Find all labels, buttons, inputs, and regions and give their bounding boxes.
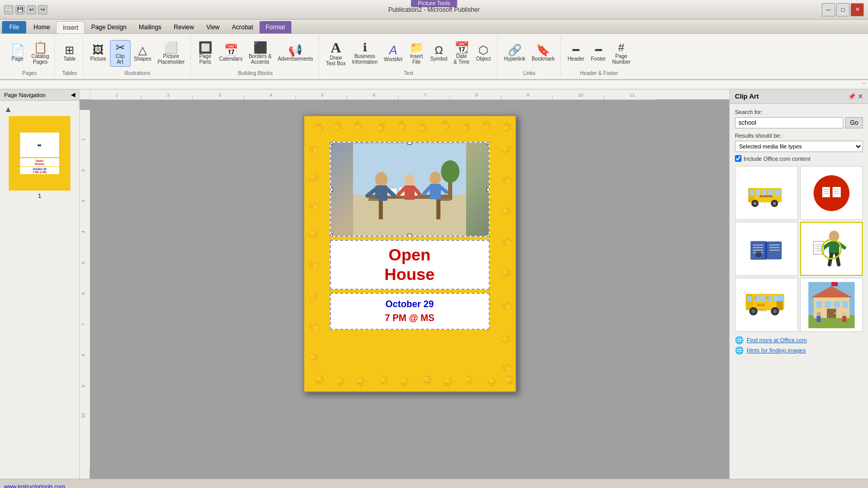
clipart-item-reading[interactable] (735, 222, 798, 276)
canvas-area[interactable]: 1 2 3 4 5 6 7 8 9 10 11 (80, 89, 729, 479)
clip-art-button[interactable]: ✂ ClipArt (110, 40, 131, 67)
tab-view[interactable]: View (200, 21, 226, 33)
handle-tr[interactable] (487, 142, 490, 145)
borders-label: Borders &Accents (249, 53, 271, 65)
page-thumbnail[interactable]: 📷 Open House October 29 7 PM @ MS (9, 116, 70, 191)
clipart-item-presenter[interactable] (800, 222, 863, 276)
page-parts-button[interactable]: 🔲 PageParts (195, 40, 215, 67)
picture-placeholder-button[interactable]: ⬜ PicturePlaceholder (155, 40, 188, 67)
canvas-workspace[interactable]: 🖐 🖐 🖐 🖐 🖐 🖐 🖐 🖐 🖐 🖐 🖐 🖐 🖐 (90, 100, 729, 479)
globe-icon: 🌐 (735, 336, 744, 344)
header-button[interactable]: ━ Header (565, 43, 587, 64)
svg-text:1: 1 (116, 92, 118, 98)
handle-ml[interactable] (330, 187, 333, 192)
svg-rect-39 (436, 199, 440, 219)
catalog-pages-button[interactable]: 📋 CatalogPages (29, 40, 51, 67)
minimize-button[interactable]: ─ (822, 3, 835, 16)
svg-rect-106 (747, 296, 752, 302)
svg-point-66 (753, 202, 756, 205)
clipart-close-icon[interactable]: ✕ (858, 93, 863, 100)
object-button[interactable]: ⬡ Object (473, 43, 494, 64)
tab-file[interactable]: File (2, 21, 26, 33)
tab-mailings[interactable]: Mailings (133, 21, 168, 33)
pub-title-frame[interactable]: Open House (330, 240, 490, 290)
svg-rect-56 (368, 199, 379, 201)
tab-acrobat[interactable]: Acrobat (226, 21, 259, 33)
tab-review[interactable]: Review (168, 21, 200, 33)
svg-text:5: 5 (81, 261, 86, 264)
quick-access-undo[interactable]: ↩ (27, 5, 36, 14)
ribbon-group-text: A DrawText Box ℹ BusinessInformation A W… (320, 36, 497, 77)
page-nav-collapse-icon[interactable]: ◀ (71, 91, 75, 98)
hyperlink-button[interactable]: 🔗 Hyperlink (502, 43, 528, 64)
svg-line-97 (829, 254, 832, 265)
svg-text:7: 7 (81, 323, 86, 326)
title-bar-icons: 📰 💾 ↩ ↪ (4, 5, 47, 14)
page-number-icon: # (618, 42, 624, 53)
page-parts-label: PageParts (199, 53, 211, 65)
clipart-item-school-building[interactable] (800, 278, 863, 332)
svg-line-96 (839, 244, 844, 248)
quick-access-redo[interactable]: ↪ (38, 5, 47, 14)
pub-photo-frame[interactable] (330, 142, 490, 237)
svg-text:11: 11 (630, 92, 635, 98)
wordart-button[interactable]: A WordArt (381, 42, 405, 64)
insert-file-button[interactable]: 📁 InsertFile (406, 40, 427, 67)
include-office-checkbox[interactable] (735, 155, 742, 162)
shapes-button[interactable]: △ Shapes (132, 43, 154, 64)
media-type-select[interactable]: Selected media file types All media file… (735, 141, 863, 152)
tab-home[interactable]: Home (27, 21, 56, 33)
symbol-icon: Ω (435, 45, 443, 56)
clipart-item-school-bus-2[interactable]: BUS SCHOOL (735, 278, 798, 332)
clipart-item-school-bus[interactable]: SCHOOL (735, 166, 798, 220)
clipart-pin-icon[interactable]: 📌 (848, 93, 856, 100)
publisher-icon: 📰 (4, 5, 13, 14)
clipart-item-student-books[interactable] (800, 166, 863, 220)
bookmark-button[interactable]: 🔖 Bookmark (529, 43, 557, 64)
calendars-button[interactable]: 📅 Calendars (216, 43, 245, 64)
svg-rect-83 (765, 241, 767, 259)
svg-rect-126 (825, 302, 831, 308)
footer-label: Footer (591, 56, 606, 62)
quick-access-save[interactable]: 💾 (15, 5, 25, 14)
date-time-button[interactable]: 📆 Date& Time (451, 40, 472, 67)
svg-rect-128 (842, 302, 848, 308)
page-thumb-inner: 📷 Open House October 29 7 PM @ MS (13, 120, 66, 186)
business-info-button[interactable]: ℹ BusinessInformation (349, 40, 380, 67)
clipart-search-input[interactable] (735, 117, 843, 128)
advertisements-button[interactable]: 📢 Advertisements (275, 43, 316, 64)
clipart-go-button[interactable]: Go (845, 117, 863, 128)
tab-page-design[interactable]: Page Design (85, 21, 133, 33)
page-button[interactable]: 📄 Page (7, 43, 28, 64)
find-more-link[interactable]: Find more at Office.com (747, 337, 807, 343)
handle-tl[interactable] (330, 142, 333, 145)
symbol-button[interactable]: Ω Symbol (428, 43, 450, 64)
status-url[interactable]: www.instructortools.com (4, 483, 65, 489)
picture-button[interactable]: 🖼 Picture (87, 43, 108, 64)
table-label: Table (64, 56, 76, 62)
clipart-header: Clip Art 📌 ✕ (730, 89, 868, 104)
tab-insert[interactable]: Insert (56, 21, 85, 33)
ribbon-collapse-icon[interactable]: ⌃ (862, 82, 866, 87)
footer-button[interactable]: ━ Footer (588, 43, 608, 64)
tab-format[interactable]: Format (260, 21, 291, 33)
svg-text:10: 10 (578, 92, 583, 98)
handle-tm[interactable] (408, 142, 412, 145)
hints-link[interactable]: Hints for finding images (747, 347, 806, 353)
borders-button[interactable]: ⬛ Borders &Accents (246, 40, 274, 67)
handle-bl[interactable] (330, 234, 333, 237)
svg-rect-125 (816, 302, 822, 308)
page-number-button[interactable]: # PageNumber (610, 40, 633, 67)
pub-info-frame[interactable]: October 29 7 PM @ MS (330, 293, 490, 330)
table-button[interactable]: ⊞ Table (59, 43, 80, 64)
svg-text:6: 6 (81, 292, 86, 295)
maximize-button[interactable]: □ (836, 3, 849, 16)
handle-mr[interactable] (487, 187, 490, 192)
illustrations-buttons: 🖼 Picture ✂ ClipArt △ Shapes ⬜ PicturePl… (87, 37, 187, 69)
page-nav-arrow-up[interactable]: ▲ (4, 105, 12, 114)
handle-bm[interactable] (408, 234, 412, 237)
title-bar: 📰 💾 ↩ ↪ Picture Tools Publication2 - Mic… (0, 0, 868, 20)
handle-br[interactable] (487, 234, 490, 237)
close-button[interactable]: ✕ (851, 3, 864, 16)
draw-text-box-button[interactable]: A DrawText Box (323, 39, 348, 68)
